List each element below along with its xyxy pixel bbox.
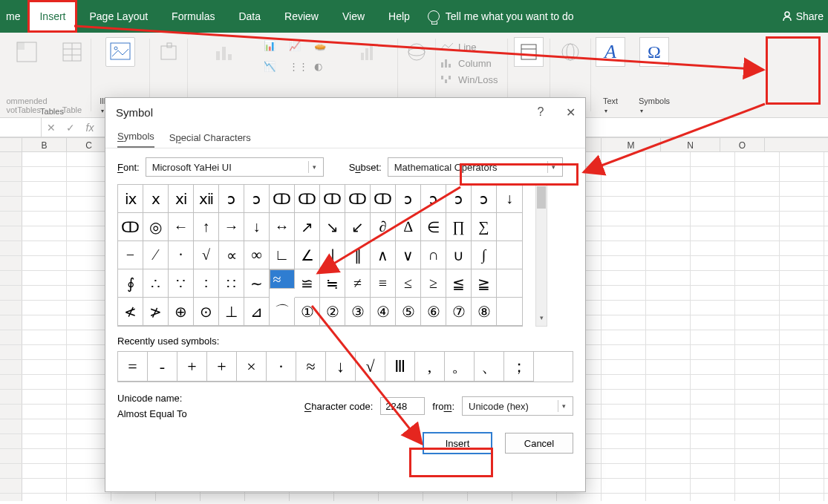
symbol-cell[interactable]: ∷ bbox=[219, 269, 244, 298]
symbol-cell[interactable]: ∵ bbox=[169, 269, 194, 298]
fx-icon[interactable]: fx bbox=[80, 122, 100, 134]
symbol-cell[interactable]: ⑥ bbox=[421, 298, 446, 326]
symbol-cell[interactable]: ≌ bbox=[295, 269, 320, 298]
symbol-cell[interactable]: ↄ bbox=[219, 185, 244, 213]
symbol-cell[interactable]: ④ bbox=[371, 298, 396, 326]
chart-scatter-icon[interactable]: ⋮⋮ bbox=[289, 61, 313, 80]
symbol-cell[interactable]: ≠ bbox=[345, 269, 371, 298]
symbol-cell[interactable]: ◎ bbox=[143, 213, 169, 241]
recent-symbol-cell[interactable]: , bbox=[415, 352, 445, 382]
cmd-recommended-pivot[interactable]: ommended votTables bbox=[0, 33, 53, 117]
symbol-cell[interactable]: − bbox=[118, 241, 143, 269]
tab-review[interactable]: Review bbox=[273, 0, 330, 33]
recent-symbol-cell[interactable]: ≈ bbox=[296, 352, 326, 382]
symbol-cell[interactable]: ↄ bbox=[472, 185, 497, 213]
recent-symbol-cell[interactable]: ； bbox=[504, 352, 534, 382]
share-button[interactable]: Share bbox=[781, 0, 824, 33]
symbol-cell[interactable]: ↑ bbox=[194, 213, 219, 241]
symbol-cell[interactable]: ∥ bbox=[345, 241, 371, 269]
symbol-cell[interactable]: ∝ bbox=[219, 241, 244, 269]
recent-symbol-cell[interactable]: 、 bbox=[475, 352, 504, 382]
col-header[interactable]: M bbox=[602, 138, 661, 151]
symbol-cell[interactable] bbox=[497, 213, 522, 241]
enter-formula-icon[interactable]: ✓ bbox=[61, 122, 80, 134]
symbol-cell[interactable]: ∩ bbox=[421, 241, 446, 269]
close-icon[interactable]: ✕ bbox=[555, 105, 585, 120]
symbol-cell[interactable]: ↙ bbox=[345, 213, 371, 241]
symbol-cell[interactable]: ⅸ bbox=[118, 185, 143, 213]
symbol-cell[interactable]: ① bbox=[295, 298, 320, 326]
symbol-cell[interactable]: ∏ bbox=[446, 213, 472, 241]
insert-button[interactable]: Insert bbox=[423, 433, 492, 454]
tab-insert[interactable]: Insert bbox=[27, 0, 77, 33]
symbol-cell[interactable]: ② bbox=[320, 298, 345, 326]
symbol-cell[interactable]: ∞ bbox=[244, 241, 270, 269]
scroll-down-icon[interactable]: ▾ bbox=[536, 314, 547, 326]
recent-symbol-cell[interactable]: - bbox=[148, 352, 177, 382]
tab-home-fragment[interactable]: me bbox=[0, 0, 27, 33]
symbol-cell[interactable]: ↀ bbox=[295, 185, 320, 213]
recent-symbol-cell[interactable]: 。 bbox=[445, 352, 475, 382]
recent-symbol-cell[interactable]: + bbox=[177, 352, 207, 382]
symbol-cell[interactable]: ↓ bbox=[244, 213, 270, 241]
help-icon[interactable]: ? bbox=[526, 105, 555, 119]
symbol-cell[interactable]: ⑦ bbox=[446, 298, 472, 326]
symbol-cell[interactable]: ∂ bbox=[371, 213, 396, 241]
symbol-cell[interactable]: ↄ bbox=[396, 185, 421, 213]
symbol-cell[interactable]: ↀ bbox=[371, 185, 396, 213]
symbol-cell[interactable]: ∶ bbox=[194, 269, 219, 298]
symbol-cell[interactable]: ∼ bbox=[244, 269, 270, 298]
symbol-cell[interactable]: ⌒ bbox=[270, 298, 295, 326]
symbol-cell[interactable]: ≒ bbox=[320, 269, 345, 298]
col-header[interactable]: N bbox=[661, 138, 720, 151]
name-box[interactable] bbox=[0, 118, 42, 137]
cmd-text[interactable]: A Text▾ bbox=[591, 33, 630, 117]
symbol-cell[interactable]: ≥ bbox=[421, 269, 446, 298]
symbol-cell[interactable]: ∮ bbox=[118, 269, 143, 298]
symbol-cell[interactable]: ⊕ bbox=[169, 298, 194, 326]
symbol-cell[interactable]: ↔ bbox=[270, 213, 295, 241]
chart-area-icon[interactable]: 📉 bbox=[264, 61, 287, 80]
chart-more-icon[interactable]: ◐ bbox=[314, 61, 338, 80]
cmd-sparkline-winloss[interactable]: Win/Loss bbox=[440, 71, 498, 88]
subset-select[interactable]: Mathematical Operators ▾ bbox=[388, 157, 563, 177]
symbol-cell[interactable]: ∟ bbox=[270, 241, 295, 269]
symbol-cell[interactable]: ∑ bbox=[472, 213, 497, 241]
symbol-cell[interactable]: ∪ bbox=[446, 241, 472, 269]
cmd-sparkline-column[interactable]: Column bbox=[440, 55, 492, 71]
symbol-cell[interactable]: ↀ bbox=[320, 185, 345, 213]
symbol-cell[interactable]: ∠ bbox=[295, 241, 320, 269]
symbol-cell[interactable]: √ bbox=[194, 241, 219, 269]
recent-symbol-cell[interactable]: ↓ bbox=[326, 352, 356, 382]
cmd-symbols[interactable]: Ω Symbols▾ bbox=[630, 33, 679, 117]
scroll-thumb[interactable] bbox=[537, 186, 546, 209]
symbol-cell[interactable]: ↀ bbox=[345, 185, 371, 213]
symbol-cell[interactable]: ↄ bbox=[446, 185, 472, 213]
symbol-cell[interactable]: ⑤ bbox=[396, 298, 421, 326]
cmd-table[interactable]: Table bbox=[53, 33, 91, 117]
tab-symbols[interactable]: Symbols bbox=[117, 131, 154, 148]
symbol-cell[interactable]: ⅹ bbox=[143, 185, 169, 213]
tab-special-characters[interactable]: Special Characters bbox=[169, 132, 251, 148]
symbol-cell[interactable]: ≧ bbox=[472, 269, 497, 298]
tell-me-search[interactable]: Tell me what you want to do bbox=[428, 10, 574, 22]
symbol-cell[interactable]: → bbox=[219, 213, 244, 241]
chart-line-icon[interactable]: 📈 bbox=[289, 40, 313, 59]
symbol-cell[interactable]: ↓ bbox=[497, 185, 522, 213]
symbol-cell[interactable]: ↀ bbox=[118, 213, 143, 241]
symbol-cell[interactable]: ≯ bbox=[143, 298, 169, 326]
symbol-cell[interactable]: ↗ bbox=[295, 213, 320, 241]
chart-bar-icon[interactable]: 📊 bbox=[264, 40, 287, 59]
symbol-cell[interactable]: ∴ bbox=[143, 269, 169, 298]
symbol-cell[interactable]: ≤ bbox=[396, 269, 421, 298]
symbol-cell[interactable]: ↀ bbox=[270, 185, 295, 213]
symbol-cell[interactable]: ∈ bbox=[421, 213, 446, 241]
recent-symbol-cell[interactable]: × bbox=[237, 352, 267, 382]
symbol-cell[interactable]: ⅺ bbox=[169, 185, 194, 213]
symbol-cell[interactable]: ⑧ bbox=[472, 298, 497, 326]
cancel-button[interactable]: Cancel bbox=[505, 433, 573, 454]
symbol-cell[interactable]: ∫ bbox=[472, 241, 497, 269]
symbol-cell[interactable]: ≮ bbox=[118, 298, 143, 326]
cancel-formula-icon[interactable]: ✕ bbox=[42, 122, 61, 134]
symbol-cell[interactable]: ⅻ bbox=[194, 185, 219, 213]
